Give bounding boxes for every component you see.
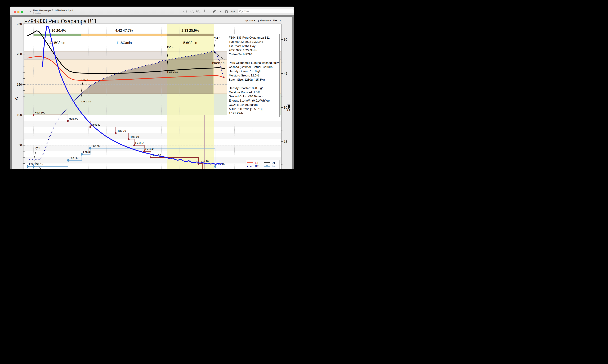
phase-time-label: 2:36 26.4% <box>48 28 66 32</box>
legend: ETDTBTFanΔBTSV-DT <box>246 160 280 169</box>
info-line <box>229 82 279 86</box>
right-axis-title: C/min <box>287 103 290 111</box>
legend-label: BT <box>255 165 259 168</box>
annotation-label: DE 2:36 <box>81 100 91 103</box>
chevron-down-icon[interactable] <box>218 9 223 14</box>
fan-event-marker <box>33 165 34 168</box>
search-chevron-icon <box>242 11 243 12</box>
fan-event-marker <box>89 147 91 149</box>
share-icon[interactable] <box>202 9 207 14</box>
window-title-block: Peru Oxapampa B11-T90-Moist1.pdf 1 pagin… <box>33 9 73 14</box>
sidebar-icon[interactable] <box>26 10 31 14</box>
heat-event-label: Heat 100 <box>35 111 45 114</box>
left-axis-title: C <box>15 96 18 101</box>
right-tick-label: 45 <box>284 72 287 75</box>
info-line: 20°C 39% 1029.9hPa <box>229 48 279 52</box>
zoom-button[interactable] <box>21 11 23 13</box>
info-line: Moisture Roasted: 1.5% <box>229 90 279 94</box>
sponsor-text: sponsored by showroomcoffee.com <box>245 19 282 22</box>
info-line <box>229 57 279 61</box>
info-line: washed (Catimor, Catuaí, Caturra,... <box>229 65 279 69</box>
fan-event-marker <box>67 159 69 162</box>
info-line: Density Green: 735.0 g/l <box>229 69 279 73</box>
heat-event-label: Heat 90 <box>69 117 78 120</box>
search-placeholder: Zoek <box>244 10 249 13</box>
info-line: Peru Oxapampa Lupuna washed, fully <box>229 61 279 65</box>
heat-event-label: Heat 50 <box>135 142 144 144</box>
left-tick-label: 50 <box>18 143 22 147</box>
screen: Peru Oxapampa B11-T90-Moist1.pdf 1 pagin… <box>0 0 304 182</box>
info-icon[interactable] <box>182 9 188 14</box>
fan-event-label: Fan 45 <box>92 144 100 147</box>
annotation-label: 135.0 <box>81 78 88 81</box>
info-line: Ground Color: #90 Tonino <box>229 94 279 99</box>
legend-label: SV-DT <box>272 168 280 169</box>
search-input[interactable]: Zoek <box>238 9 294 14</box>
svg-text:A: A <box>232 10 234 13</box>
minimize-button[interactable] <box>17 11 20 13</box>
phase-time-label: 4:42 47.7% <box>115 28 133 32</box>
annotation-label: 190.4 <box>167 46 174 49</box>
phase-time-label: 2:33 25.9% <box>181 28 199 32</box>
grey-stripe <box>24 121 281 127</box>
info-line: AUC: 311C*min [135.0°C] <box>229 107 279 111</box>
finishing-period-band <box>167 24 214 169</box>
rotate-icon[interactable] <box>224 9 230 14</box>
annotation-label: FCs 7:18 <box>167 70 178 73</box>
window-subtitle: 1 pagina <box>33 12 73 14</box>
info-line: Tue Mar 22 2022 19:20:43 <box>229 40 279 44</box>
grey-stripe <box>24 157 281 164</box>
close-button[interactable] <box>14 11 16 13</box>
fan-event-label: Fan 35 <box>83 150 91 153</box>
annotation-label: DROP 9:51 <box>212 62 226 65</box>
phase-ror-label: 5.6C/min <box>183 41 197 45</box>
title-bar: Peru Oxapampa B11-T90-Moist1.pdf 1 pagin… <box>10 7 294 15</box>
zoom-in-icon[interactable] <box>195 9 201 14</box>
legend-label: DT <box>272 161 275 164</box>
chart-title: FZ94-833 Peru Oxapampa B11 <box>24 18 97 25</box>
info-line: 1st Roast of the Day <box>229 44 279 48</box>
search-icon <box>239 10 242 13</box>
zoom-out-icon[interactable] <box>189 9 195 14</box>
window-title: Peru Oxapampa B11-T90-Moist1.pdf <box>33 9 73 12</box>
legend-label: Fan <box>272 165 276 168</box>
fan-event-marker <box>81 153 82 156</box>
right-tick-label: 15 <box>284 140 287 143</box>
annotation-label: 26.0 <box>35 146 40 149</box>
left-tick-label: 100 <box>17 113 22 117</box>
heat-event-label: Heat 60 <box>130 135 139 138</box>
preview-window: Peru Oxapampa B11-T90-Moist1.pdf 1 pagin… <box>10 7 294 169</box>
annotation-label: 204.8 <box>214 37 220 39</box>
phase-bar-finishing <box>167 34 214 36</box>
right-tick-label: 60 <box>284 38 287 41</box>
left-tick-label: 200 <box>17 52 22 56</box>
info-line: Coffee-Tech FZ94 <box>229 52 279 57</box>
info-line: CO2: 1154g (923g/kg) <box>229 103 279 107</box>
grey-stripe <box>24 133 281 139</box>
markup-icon[interactable]: A <box>230 9 236 14</box>
heat-event-label: Heat 20 <box>200 160 209 163</box>
info-line: 1.122 kWh <box>229 111 279 115</box>
legend-label: ΔBT <box>255 168 260 169</box>
info-line: Energy: 1.14kWh (0.91kWh/kg) <box>229 99 279 103</box>
fan-event-marker <box>27 165 28 168</box>
highlight-icon[interactable] <box>212 9 217 14</box>
heat-event-label: Heat 70 <box>117 129 126 132</box>
fan-event-label: Fan 25 <box>69 156 78 159</box>
info-line: FZ94-833 Peru Oxapampa B11 <box>229 36 279 40</box>
fan-event-marker <box>214 165 216 168</box>
left-tick-label: 150 <box>17 83 22 86</box>
roast-info-box: FZ94-833 Peru Oxapampa B11Tue Mar 22 202… <box>227 34 280 117</box>
phase-ror-label: 11.8C/min <box>116 41 132 45</box>
heat-event-label: Heat 40 <box>145 148 154 151</box>
left-tick-label: 250 <box>17 22 22 26</box>
info-line: Batch Size: 1250g (-15.3%) <box>229 78 279 82</box>
legend-label: ET <box>255 161 259 164</box>
phase-bar-maillard <box>81 34 167 36</box>
info-line: Density Roasted: 390.0 g/l <box>229 86 279 90</box>
pdf-page: FZ94-833 Peru Oxapampa B11 sponsored by … <box>12 17 292 169</box>
info-line: Moisture Green: 12.0% <box>229 74 279 78</box>
